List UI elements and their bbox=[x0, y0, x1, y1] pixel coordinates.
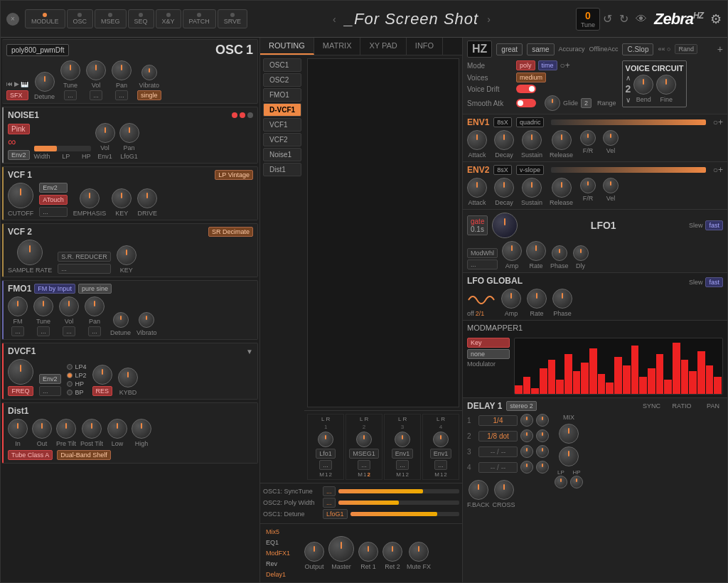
cslop-arrows[interactable]: «« ○ bbox=[658, 46, 670, 53]
vcf2-sr-reducer[interactable]: S.R. REDUCER bbox=[58, 252, 111, 262]
dist1-low-knob[interactable] bbox=[107, 419, 127, 439]
send1-knob[interactable] bbox=[304, 542, 324, 562]
osc1-vibrato-knob[interactable] bbox=[141, 65, 157, 80]
ch4-knob[interactable] bbox=[433, 432, 449, 447]
ch2-mseg[interactable]: MSEG1 bbox=[349, 449, 379, 459]
env2-add-btn[interactable]: ○+ bbox=[713, 165, 723, 175]
fmo1-type1[interactable]: FM by Input bbox=[34, 284, 75, 294]
ch1-btn[interactable]: ... bbox=[319, 460, 332, 470]
noise1-type[interactable]: Pink bbox=[8, 124, 30, 134]
fx-mix5[interactable]: Mix5 bbox=[263, 527, 299, 537]
tab-routing[interactable]: ROUTING bbox=[260, 38, 314, 55]
osc1-vol-btn[interactable]: ... bbox=[90, 90, 102, 100]
delay-row2-pan[interactable] bbox=[536, 429, 549, 442]
env2-curve[interactable]: v-slope bbox=[516, 165, 544, 175]
tab-matrix[interactable]: MATRIX bbox=[314, 38, 361, 55]
route-fmo1[interactable]: FMO1 bbox=[263, 88, 301, 102]
env1-curve[interactable]: quadric bbox=[516, 117, 545, 127]
dist1-type1[interactable]: Tube Class A bbox=[8, 450, 53, 460]
vcf1-type[interactable]: LP Vintage bbox=[215, 170, 253, 180]
fmo1-fm-btn[interactable]: ... bbox=[11, 326, 24, 336]
hz-glide-val[interactable]: 2 bbox=[581, 98, 592, 108]
tab-patch[interactable]: PATCH bbox=[183, 9, 216, 28]
delay1-hp-knob[interactable] bbox=[570, 476, 583, 488]
env1-add-btn[interactable]: ○+ bbox=[713, 117, 723, 127]
fmo1-pan-btn[interactable]: ... bbox=[88, 326, 101, 336]
settings-button[interactable]: ⚙ bbox=[710, 11, 722, 27]
dist1-type2[interactable]: Dual-Band Shelf bbox=[57, 450, 111, 460]
route-noise1[interactable]: Noise1 bbox=[263, 148, 301, 161]
route-dist1[interactable]: Dist1 bbox=[263, 163, 301, 176]
ch4-env[interactable]: Env1 bbox=[430, 449, 452, 459]
route-dvcf1[interactable]: D-VCF1 bbox=[263, 103, 301, 117]
dvcf1-bp-radio[interactable] bbox=[67, 390, 73, 395]
modmapper-none[interactable]: none bbox=[467, 349, 510, 359]
lfo1-rate-knob2[interactable] bbox=[526, 241, 546, 261]
dvcf1-lp4-radio[interactable] bbox=[67, 364, 73, 370]
fx-eq1[interactable]: EQ1 bbox=[263, 537, 299, 547]
osc1-vol-knob[interactable] bbox=[86, 60, 106, 80]
hz-preset1[interactable]: great bbox=[496, 43, 523, 55]
ret2-knob[interactable] bbox=[382, 542, 402, 562]
dist1-pretilt-knob[interactable] bbox=[56, 419, 76, 439]
hz-preset2[interactable]: same bbox=[527, 43, 554, 55]
lfo1-slew-val[interactable]: fast bbox=[705, 220, 723, 230]
delay-row1-pan[interactable] bbox=[536, 414, 549, 427]
route-osc1-detune-target[interactable]: LfoG1 bbox=[323, 509, 348, 519]
delay-row3-ratio[interactable] bbox=[520, 445, 533, 458]
fx-rev[interactable]: Rev bbox=[263, 559, 299, 569]
osc1-pan-knob[interactable] bbox=[112, 60, 132, 80]
eye-button[interactable]: 👁 bbox=[636, 13, 647, 26]
osc1-single-badge[interactable]: single bbox=[137, 90, 161, 100]
dist1-high-knob[interactable] bbox=[132, 419, 151, 439]
vcf2-more-btn[interactable]: ... bbox=[58, 264, 111, 274]
ch3-env[interactable]: Env1 bbox=[392, 449, 414, 459]
cslop-select[interactable]: C.Slop bbox=[622, 43, 653, 55]
noise1-pan-knob[interactable] bbox=[119, 123, 139, 143]
fmo1-type2[interactable]: pure sine bbox=[78, 284, 112, 294]
lfo1-modwhl-btn[interactable]: ModWhl bbox=[467, 248, 498, 258]
delay1-lp-knob[interactable] bbox=[555, 476, 567, 488]
vc-down[interactable]: ∨ bbox=[626, 96, 631, 104]
ch2-btn[interactable]: ... bbox=[358, 460, 370, 470]
vc-up[interactable]: ∧ bbox=[626, 74, 631, 82]
undo-button[interactable]: ↺ bbox=[603, 12, 612, 26]
vcf2-type[interactable]: SR Decimate bbox=[208, 227, 253, 237]
lfo-global-phase-knob[interactable] bbox=[552, 289, 572, 309]
rand-btn[interactable]: Rand bbox=[675, 44, 697, 54]
env1-type[interactable]: 8sX bbox=[493, 117, 512, 127]
delay1-cross-knob[interactable] bbox=[494, 480, 514, 500]
dvcf1-freq-knob[interactable] bbox=[8, 359, 33, 385]
fmo1-tune-btn[interactable]: ... bbox=[37, 326, 50, 336]
env2-sustain-knob[interactable] bbox=[522, 178, 542, 198]
tab-xy[interactable]: X&Y bbox=[156, 9, 181, 28]
lfo-global-slew-val[interactable]: fast bbox=[705, 277, 723, 287]
ch3-btn[interactable]: ... bbox=[396, 460, 409, 470]
hz-time-val[interactable]: time bbox=[538, 60, 557, 70]
tab-mseg[interactable]: MSEG bbox=[95, 9, 127, 28]
env2-release-knob[interactable] bbox=[552, 178, 572, 198]
hz-voices-val[interactable]: medium bbox=[516, 73, 546, 82]
delay-row4-ratio[interactable] bbox=[520, 461, 533, 474]
hz-mode-val[interactable]: poly bbox=[516, 60, 535, 70]
tab-seq[interactable]: SEQ bbox=[128, 9, 154, 28]
modmapper-key[interactable]: Key bbox=[467, 338, 510, 348]
fx-modfx1[interactable]: ModFX1 bbox=[263, 548, 299, 558]
fmo1-fm-knob[interactable] bbox=[8, 296, 28, 316]
prev-button[interactable]: ‹ bbox=[330, 14, 339, 25]
noise1-vol-knob[interactable] bbox=[95, 123, 115, 143]
redo-button[interactable]: ↻ bbox=[619, 12, 628, 26]
delay1-fback-knob[interactable] bbox=[469, 480, 488, 500]
tab-srve[interactable]: SRVE bbox=[218, 9, 247, 28]
lfo-global-rate-knob[interactable] bbox=[527, 289, 547, 309]
ch4-btn[interactable]: ... bbox=[434, 460, 447, 470]
env1-sustain-knob[interactable] bbox=[522, 130, 542, 150]
route-osc2[interactable]: OSC2 bbox=[263, 73, 301, 87]
dvcf1-res-knob[interactable] bbox=[92, 365, 112, 385]
route-osc1[interactable]: OSC1 bbox=[263, 58, 301, 72]
tab-module[interactable]: MODULE bbox=[25, 9, 65, 28]
delay1-mix-knob1[interactable] bbox=[559, 424, 579, 444]
osc1-pan-btn[interactable]: ... bbox=[115, 90, 128, 100]
dvcf1-env[interactable]: Env2 bbox=[39, 374, 61, 384]
dist1-posttilt-knob[interactable] bbox=[82, 419, 102, 439]
